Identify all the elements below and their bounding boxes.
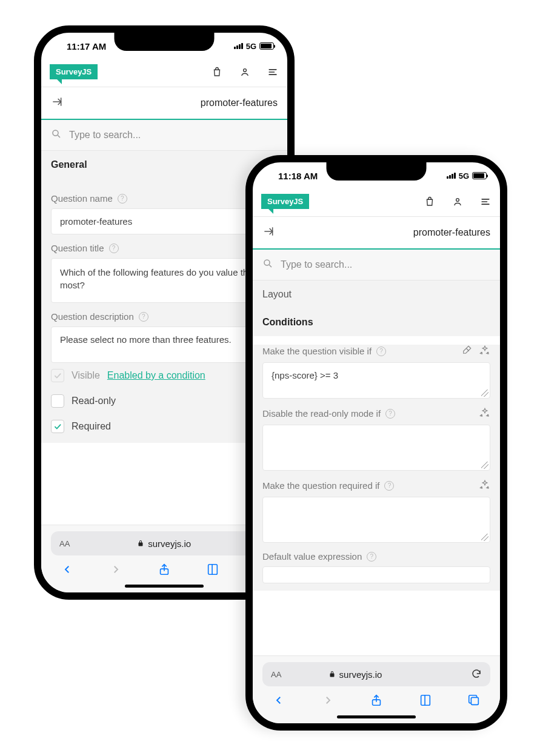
notch (115, 33, 215, 51)
input-question-title[interactable]: Which of the following features do you v… (51, 258, 278, 303)
breadcrumb-row: promoter-features (41, 87, 287, 120)
network-label: 5G (459, 171, 469, 181)
brand-logo[interactable]: SurveyJS (50, 64, 98, 79)
menu-icon[interactable] (479, 196, 492, 208)
help-icon[interactable]: ? (139, 312, 148, 322)
url-bar[interactable]: AA surveyjs.io (51, 531, 278, 555)
phone-right: 11:18 AM 5G SurveyJS promoter-features T… (245, 155, 507, 731)
share-icon[interactable] (368, 692, 384, 708)
section-conditions[interactable]: Conditions (253, 308, 500, 336)
question-title-value: Which of the following features do you v… (60, 267, 253, 290)
svg-line-7 (58, 135, 60, 138)
input-question-name[interactable]: promoter-features (51, 208, 278, 234)
input-required-if[interactable] (262, 497, 490, 543)
conditions-panel: Make the question visible if ? {nps-scor… (253, 345, 500, 591)
magic-icon[interactable] (479, 345, 490, 357)
app-header: SurveyJS (253, 189, 500, 216)
text-size-icon[interactable]: AA (271, 670, 281, 679)
link-enabled-by-condition[interactable]: Enabled by a condition (107, 370, 205, 381)
svg-rect-19 (471, 697, 478, 705)
magic-icon[interactable] (479, 479, 490, 492)
label-question-description: Question description (51, 311, 134, 322)
search-row[interactable]: Type to search... (41, 120, 287, 151)
svg-point-0 (244, 68, 247, 71)
label-visible: Visible (72, 370, 100, 381)
input-default-expr[interactable] (262, 566, 490, 583)
magic-icon[interactable] (479, 407, 490, 420)
label-required-if: Make the question required if (262, 480, 379, 491)
help-icon[interactable]: ? (385, 409, 395, 419)
search-icon (262, 258, 273, 271)
tabs-icon[interactable] (466, 692, 482, 708)
forward-icon[interactable] (108, 562, 124, 577)
label-default-expr: Default value expression (262, 551, 362, 562)
bookmarks-icon[interactable] (205, 562, 221, 577)
lock-icon (328, 669, 336, 680)
input-question-description[interactable]: Please select no more than three feature… (51, 327, 278, 363)
text-size-icon[interactable]: AA (59, 539, 70, 548)
back-icon[interactable] (59, 562, 75, 577)
label-question-title: Question title (51, 243, 104, 253)
indent-icon[interactable] (51, 96, 63, 110)
status-time: 11:17 AM (55, 41, 106, 51)
bag-icon[interactable] (211, 66, 223, 78)
help-icon[interactable]: ? (367, 552, 376, 562)
label-disable-readonly-if: Disable the read-only mode if (262, 408, 381, 419)
safari-toolbar: AA surveyjs.io (253, 655, 500, 723)
status-time: 11:18 AM (266, 171, 318, 181)
label-required: Required (72, 421, 111, 432)
svg-line-17 (466, 348, 469, 351)
brand-logo[interactable]: SurveyJS (261, 194, 309, 209)
url-host: surveyjs.io (339, 669, 382, 680)
user-icon[interactable] (452, 196, 464, 208)
label-question-name: Question name (51, 193, 113, 204)
question-ref: promoter-features (201, 98, 278, 108)
checkbox-visible (51, 369, 64, 382)
battery-icon (259, 42, 274, 50)
back-icon[interactable] (271, 692, 287, 708)
app-header: SurveyJS (41, 59, 287, 87)
question-ref: promoter-features (413, 227, 490, 238)
share-icon[interactable] (156, 562, 172, 577)
search-input[interactable]: Type to search... (281, 259, 352, 270)
indent-icon[interactable] (262, 225, 275, 240)
notch (327, 162, 427, 181)
reload-icon[interactable] (471, 668, 482, 681)
eraser-icon[interactable] (461, 345, 472, 357)
resize-handle[interactable] (481, 390, 488, 397)
input-visible-if[interactable]: {nps-score} >= 3 (262, 362, 490, 399)
breadcrumb-row: promoter-features (253, 217, 500, 250)
question-desc-value: Please select no more than three feature… (60, 334, 232, 345)
svg-point-9 (456, 198, 459, 201)
user-icon[interactable] (239, 66, 251, 78)
label-readonly: Read-only (72, 396, 116, 406)
label-visible-if: Make the question visible if (262, 346, 372, 356)
help-icon[interactable]: ? (376, 346, 386, 356)
visible-if-value: {nps-score} >= 3 (272, 370, 338, 380)
help-icon[interactable]: ? (384, 481, 394, 491)
checkbox-readonly[interactable] (51, 394, 64, 408)
signal-icon (447, 173, 456, 179)
svg-point-15 (264, 260, 270, 265)
lock-icon (137, 539, 144, 549)
help-icon[interactable]: ? (118, 194, 127, 204)
menu-icon[interactable] (267, 66, 279, 78)
home-indicator (125, 585, 204, 588)
svg-point-6 (53, 130, 58, 136)
section-layout[interactable]: Layout (253, 280, 500, 308)
bookmarks-icon[interactable] (418, 692, 433, 708)
search-input[interactable]: Type to search... (69, 130, 141, 141)
url-bar[interactable]: AA surveyjs.io (262, 662, 490, 686)
help-icon[interactable]: ? (109, 244, 119, 253)
forward-icon[interactable] (320, 692, 336, 708)
resize-handle[interactable] (481, 462, 488, 469)
resize-handle[interactable] (481, 534, 488, 541)
checkbox-required[interactable] (51, 420, 64, 433)
battery-icon (472, 172, 487, 179)
search-row[interactable]: Type to search... (253, 250, 500, 280)
input-disable-readonly-if[interactable] (262, 425, 490, 471)
search-icon (51, 128, 62, 142)
bag-icon[interactable] (424, 196, 436, 208)
network-label: 5G (246, 42, 256, 51)
home-indicator (337, 715, 416, 718)
